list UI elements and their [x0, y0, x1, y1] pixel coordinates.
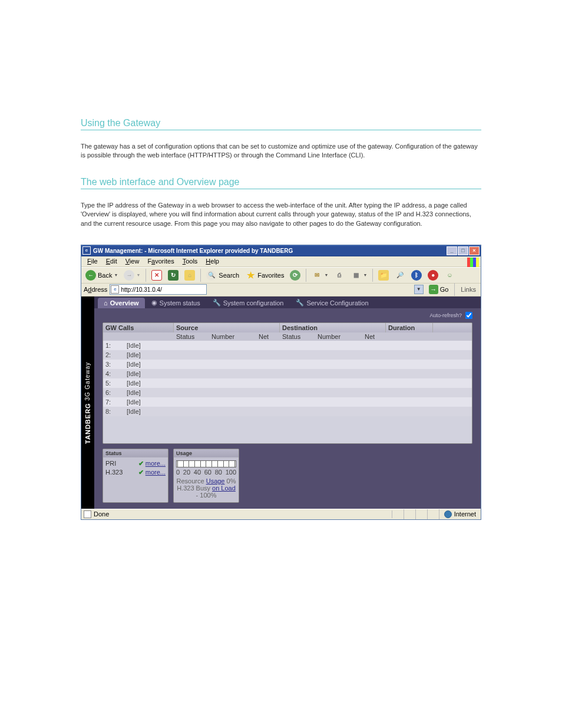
research-button[interactable]: 🔎 [393, 269, 407, 282]
status-zone: Internet [454, 510, 476, 518]
titlebar[interactable]: e GW Management: - Microsoft Internet Ex… [81, 245, 481, 256]
table-row[interactable]: 7:[Idle] [103, 397, 472, 407]
autorefresh-row: Auto-refresh? [94, 308, 481, 322]
maximize-button[interactable]: □ [458, 246, 468, 255]
sub-net-src: Net [256, 332, 280, 341]
gear-icon: ◉ [151, 299, 157, 307]
busy-load-link[interactable]: on Load [212, 485, 236, 492]
status-pri-label: PRI [105, 460, 116, 467]
home-button[interactable]: ⌂ [183, 269, 197, 282]
tab-system-config[interactable]: 🔧System configuration [207, 298, 290, 308]
research-icon: 🔎 [395, 270, 405, 281]
back-button[interactable]: ←Back▼ [84, 269, 120, 282]
circle-icon: ● [428, 270, 438, 281]
print-icon: ⎙ [334, 270, 345, 281]
page-icon: e [111, 285, 119, 294]
links-label[interactable]: Links [458, 286, 478, 293]
autorefresh-label: Auto-refresh? [429, 312, 462, 318]
menu-view[interactable]: View [122, 258, 143, 265]
messenger-button[interactable]: ☺ [442, 269, 457, 282]
statusbar: Done Internet [81, 509, 481, 519]
table-row[interactable]: 1:[Idle] [103, 341, 472, 350]
forward-button[interactable]: →▼ [122, 269, 142, 282]
address-label: Address [84, 286, 107, 293]
resource-usage-link[interactable]: Usage [206, 477, 225, 485]
menubar: File Edit View Favorites Tools Help [81, 256, 481, 267]
brand-sidebar: TANDBERG 3G Gateway [81, 297, 94, 509]
usage-gauge [176, 460, 236, 467]
tab-system-status[interactable]: ◉System status [146, 298, 206, 308]
home-icon: ⌂ [104, 299, 108, 307]
print-button[interactable]: ⎙ [332, 269, 346, 282]
favorites-button[interactable]: ★Favorites [243, 269, 286, 282]
menu-edit[interactable]: Edit [103, 258, 121, 265]
wrench-icon: 🔧 [296, 299, 304, 307]
table-row[interactable]: 5:[Idle] [103, 378, 472, 388]
col-duration: Duration [386, 323, 433, 332]
usage-title: Usage [174, 449, 239, 457]
status-done: Done [94, 510, 109, 518]
refresh-button[interactable]: ↻ [166, 269, 180, 282]
table-row[interactable]: 4:[Idle] [103, 369, 472, 378]
home-icon: ⌂ [184, 270, 195, 281]
go-icon: → [429, 285, 438, 294]
search-button[interactable]: 🔍Search [204, 269, 241, 282]
stop-icon: ✕ [151, 270, 162, 281]
col-gwcalls: GW Calls [103, 323, 174, 332]
sub-number-src: Number [209, 332, 256, 341]
toolbar: ←Back▼ →▼ ✕ ↻ ⌂ 🔍Search ★Favorites ⟳ ✉▼ … [81, 267, 481, 284]
status-panel: Status PRI✔ more... H.323✔ more... [103, 449, 168, 503]
address-bar: Address e ▼ →Go Links [81, 284, 481, 297]
history-icon: ⟳ [290, 270, 300, 281]
wrench-icon: 🔧 [213, 299, 221, 307]
stop-button[interactable]: ✕ [150, 269, 164, 282]
calls-panel: GW Calls Source Destination Duration Sta… [103, 322, 472, 444]
usage-panel: Usage 0 20 40 60 80 100 [173, 449, 239, 503]
bluetooth-button[interactable]: ᛒ [409, 269, 424, 282]
status-title: Status [103, 449, 168, 457]
table-row[interactable]: 6:[Idle] [103, 388, 472, 397]
forward-icon: → [124, 270, 134, 281]
address-input[interactable] [110, 284, 207, 295]
table-row[interactable]: 2:[Idle] [103, 350, 472, 360]
brand-label: TANDBERG 3G Gateway [84, 362, 91, 444]
folder-icon: 📁 [378, 270, 389, 281]
status-h323-label: H.323 [105, 469, 123, 476]
menu-tools[interactable]: Tools [179, 258, 201, 265]
history-button[interactable]: ⟳ [288, 269, 302, 282]
col-destination: Destination [280, 323, 386, 332]
menu-help[interactable]: Help [202, 258, 223, 265]
status-h323-more[interactable]: more... [146, 469, 166, 476]
col-source: Source [174, 323, 280, 332]
tab-overview[interactable]: ⌂Overview [98, 298, 145, 308]
section-title-using: Using the Gateway [81, 118, 481, 130]
messenger-icon: ☺ [444, 270, 455, 281]
red-button[interactable]: ● [426, 269, 440, 282]
window-title: GW Management: - Microsoft Internet Expl… [93, 248, 447, 254]
content-area: TANDBERG 3G Gateway ⌂Overview ◉System st… [81, 297, 481, 509]
browser-window: e GW Management: - Microsoft Internet Ex… [81, 245, 481, 520]
edit-icon: ▦ [351, 270, 361, 281]
page-icon [84, 510, 91, 518]
sub-net-dst: Net [362, 332, 386, 341]
mail-button[interactable]: ✉▼ [310, 269, 330, 282]
menu-file[interactable]: File [84, 258, 101, 265]
table-row[interactable]: 3:[Idle] [103, 360, 472, 369]
table-row[interactable]: 8:[Idle] [103, 407, 472, 416]
status-pri-more[interactable]: more... [146, 460, 166, 467]
folder-button[interactable]: 📁 [376, 269, 391, 282]
tab-service-config[interactable]: 🔧Service Configuration [290, 298, 374, 308]
go-button[interactable]: →Go [427, 284, 451, 295]
sub-number-dst: Number [315, 332, 362, 341]
address-dropdown[interactable]: ▼ [414, 285, 424, 294]
close-button[interactable]: × [469, 246, 480, 255]
search-icon: 🔍 [206, 270, 217, 281]
star-icon: ★ [245, 270, 256, 281]
section-title-web: The web interface and Overview page [81, 177, 481, 189]
minimize-button[interactable]: _ [447, 246, 457, 255]
mail-icon: ✉ [312, 270, 322, 281]
menu-favorites[interactable]: Favorites [144, 258, 177, 265]
edit-button[interactable]: ▦▼ [349, 269, 369, 282]
check-icon: ✔ [138, 469, 144, 476]
autorefresh-checkbox[interactable] [465, 312, 472, 319]
